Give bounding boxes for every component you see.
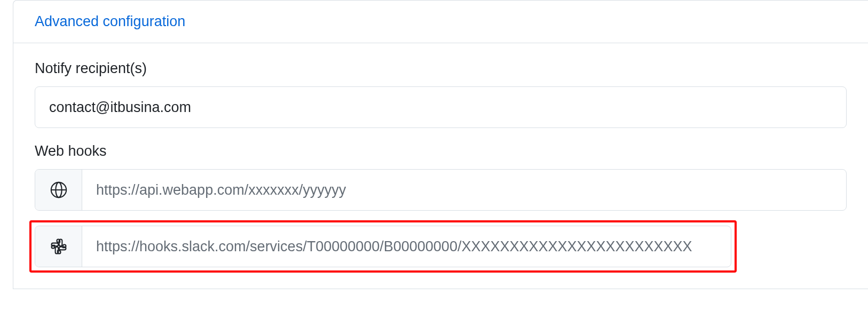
advanced-config-link[interactable]: Advanced configuration [35, 13, 185, 29]
webhook-slack-highlight [29, 220, 737, 273]
recipients-input[interactable] [35, 86, 847, 128]
panel-body: Notify recipient(s) Web hooks [13, 43, 868, 289]
webhook-input-generic[interactable] [82, 170, 846, 210]
webhooks-label: Web hooks [35, 143, 847, 159]
webhook-input-slack[interactable] [82, 226, 731, 267]
panel-header: Advanced configuration [13, 1, 868, 43]
globe-icon [35, 170, 82, 210]
advanced-config-panel: Advanced configuration Notify recipient(… [13, 0, 868, 289]
webhooks-field: Web hooks [35, 143, 847, 273]
webhook-row-slack [35, 226, 731, 267]
slack-icon [35, 226, 82, 267]
recipients-label: Notify recipient(s) [35, 60, 847, 77]
recipients-field: Notify recipient(s) [35, 60, 847, 128]
webhook-row-generic [35, 169, 847, 211]
